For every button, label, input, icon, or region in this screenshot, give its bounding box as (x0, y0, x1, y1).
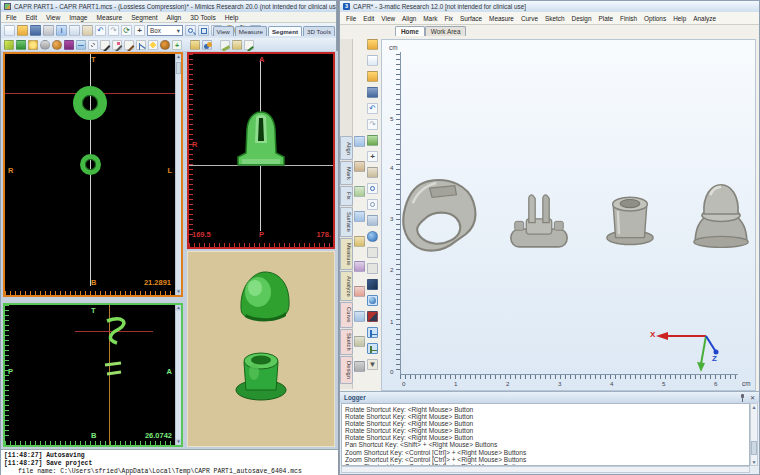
menu-plate[interactable]: Plate (598, 15, 613, 22)
mask-ring-small[interactable] (80, 154, 101, 175)
more-tools-icon[interactable] (354, 361, 365, 372)
mimics-title-bar[interactable]: CAPR PART1 - CAPR PART1.mcs - (Lossless … (1, 1, 336, 12)
shaded-view-icon[interactable] (367, 279, 378, 290)
sketch-plane-icon[interactable] (354, 311, 365, 322)
menu-help[interactable]: Help (673, 15, 686, 22)
tab-3d-tools[interactable]: 3D Tools (303, 26, 335, 36)
world-view-icon[interactable] (367, 231, 378, 242)
open-file-icon[interactable] (367, 71, 378, 82)
zoom-in-icon[interactable] (367, 183, 378, 194)
side-tab-curve[interactable]: Curve (340, 302, 353, 328)
side-tab-surface[interactable]: Surface (340, 207, 353, 237)
menu-image[interactable]: Image (69, 14, 87, 21)
part-clip[interactable] (507, 192, 571, 252)
save-project-icon[interactable] (30, 25, 41, 36)
bottom-view-icon[interactable] (367, 343, 378, 354)
clipping-view-icon[interactable] (367, 311, 378, 322)
scroll-thumb[interactable] (751, 441, 757, 455)
threshold-icon[interactable] (4, 40, 14, 50)
redo-icon[interactable]: ↷ (108, 25, 119, 36)
pan-view-icon[interactable]: + (367, 151, 378, 162)
zoom-out-icon[interactable] (367, 199, 378, 210)
mask-folder-icon[interactable] (190, 40, 200, 50)
tmatic-title-bar[interactable]: 3 CAPR* - 3-matic Research 12.0 [not int… (340, 1, 759, 12)
side-tab-measure[interactable]: Measure (340, 238, 353, 270)
sagittal-scrollbar[interactable]: ▲ ▼ (175, 305, 181, 445)
tab-work-area[interactable]: Work Area (425, 26, 467, 36)
corner-axis-icon[interactable] (367, 327, 378, 338)
side-tab-analyze[interactable]: Analyze (340, 271, 353, 301)
logger-vertical-scrollbar[interactable]: ▲ ▼ (750, 403, 758, 466)
undo-icon[interactable]: ↶ (367, 103, 378, 114)
draw-pencil-icon[interactable] (100, 40, 110, 50)
scroll-up-icon[interactable]: ▲ (176, 54, 181, 60)
menu-surface[interactable]: Surface (460, 15, 482, 22)
work-area-viewport[interactable]: cm 5 4 3 2 1 0 0 1 2 3 4 5 6 cm (381, 39, 756, 391)
coronal-viewport[interactable]: A R 169.5 P 178. (187, 52, 335, 249)
axial-scrollbar[interactable]: ▲ ▼ (175, 54, 181, 295)
side-tab-align[interactable]: Align (340, 136, 353, 160)
region-grow-icon[interactable] (16, 40, 26, 50)
menu-measure[interactable]: Measure (489, 15, 514, 22)
tab-view[interactable]: View (213, 26, 234, 36)
rotate-tool-icon[interactable] (354, 186, 365, 197)
calculate-part-icon[interactable]: + (172, 40, 182, 50)
part-ring-bracket[interactable] (401, 178, 485, 262)
screenshot-icon[interactable] (367, 215, 378, 226)
sagittal-mask-contour[interactable] (97, 313, 133, 387)
menu-design[interactable]: Design (572, 15, 592, 22)
scroll-up-icon[interactable]: ▲ (176, 305, 181, 311)
paste-icon[interactable] (82, 25, 93, 36)
new-file-icon[interactable] (367, 55, 378, 66)
logger-title-bar[interactable]: Logger ✕ (340, 392, 759, 403)
open-project-icon[interactable] (17, 25, 28, 36)
scroll-down-icon[interactable]: ▼ (176, 439, 181, 445)
pan-icon[interactable]: + (134, 25, 145, 36)
import-part-icon[interactable] (367, 39, 378, 50)
logger-content[interactable]: Rotate Shortcut Key: <Right Mouse> Butto… (341, 403, 750, 466)
menu-view[interactable]: View (46, 14, 60, 21)
create-curve-icon[interactable] (354, 286, 365, 297)
menu-mark[interactable]: Mark (423, 15, 437, 22)
refresh-view-icon[interactable]: ⟳ (121, 25, 132, 36)
update-3d-icon[interactable] (220, 40, 230, 50)
menu-edit[interactable]: Edit (26, 14, 37, 21)
menu-edit[interactable]: Edit (363, 15, 374, 22)
multiple-slice-edit-icon[interactable] (76, 40, 86, 50)
menu-sketch[interactable]: Sketch (545, 15, 565, 22)
undo-icon[interactable]: ↶ (95, 25, 106, 36)
scroll-down-icon[interactable]: ▼ (751, 459, 757, 465)
close-icon[interactable]: ✕ (750, 394, 755, 401)
menu-3d-tools[interactable]: 3D Tools (190, 14, 216, 21)
coronal-mask-object[interactable] (232, 109, 290, 173)
smart-fill-icon[interactable] (52, 40, 62, 50)
measure-distance-icon[interactable] (354, 236, 365, 247)
translate-tool-icon[interactable] (354, 161, 365, 172)
zoom-in-icon[interactable] (185, 25, 196, 36)
scale-tool-icon[interactable] (354, 211, 365, 222)
crop-mask-icon[interactable] (160, 40, 170, 50)
lasso-tool-icon[interactable] (88, 40, 98, 50)
edit-masks-icon[interactable] (64, 40, 74, 50)
sagittal-viewport[interactable]: T P A B 26.0742 ▲ ▼ (3, 303, 183, 447)
menu-align[interactable]: Align (402, 15, 416, 22)
redo-icon[interactable]: ↷ (367, 119, 378, 130)
menu-options[interactable]: Options (644, 15, 666, 22)
menu-file[interactable]: File (346, 15, 356, 22)
split-mask-icon[interactable] (40, 40, 50, 50)
axial-viewport[interactable]: T R L B 21.2891 ▲ ▼ (3, 52, 183, 297)
menu-align[interactable]: Align (167, 14, 182, 21)
align-global-icon[interactable] (354, 136, 365, 147)
print-icon[interactable] (43, 25, 54, 36)
zoom-mode-dropdown[interactable]: Box ▾ (147, 25, 183, 36)
zoom-box-icon[interactable] (198, 25, 209, 36)
profile-line-icon[interactable] (136, 40, 146, 50)
scroll-down-icon[interactable]: ▼ (176, 289, 181, 295)
logger-horizontal-scrollbar[interactable] (341, 466, 750, 473)
menu-curve[interactable]: Curve (521, 15, 538, 22)
menu-help[interactable]: Help (225, 14, 239, 21)
part-grommet[interactable] (604, 188, 656, 248)
scroll-up-icon[interactable]: ▲ (751, 404, 757, 410)
seed-point-icon[interactable] (148, 40, 158, 50)
view-scene-icon[interactable] (367, 135, 378, 146)
